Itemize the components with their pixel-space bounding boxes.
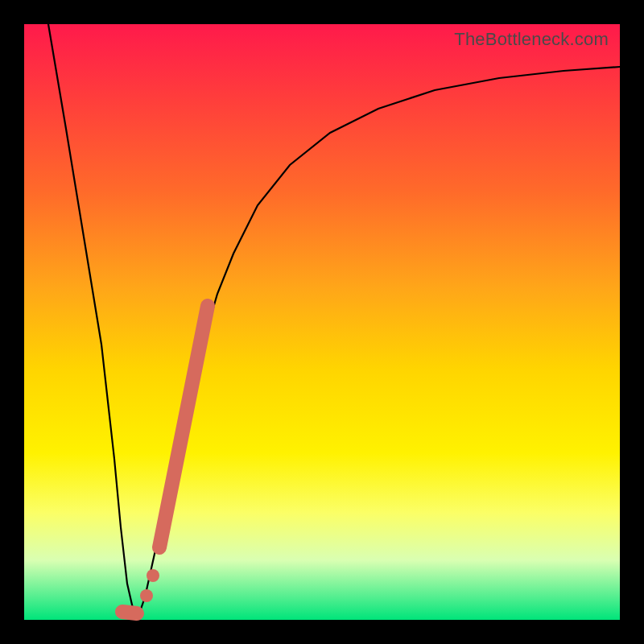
bottleneck-curve xyxy=(48,24,620,616)
chart-frame: TheBottleneck.com xyxy=(0,0,644,644)
highlight-segment-lower xyxy=(122,612,137,613)
highlight-segment-upper xyxy=(159,306,208,547)
highlight-dot xyxy=(147,569,159,582)
highlight-layer xyxy=(122,306,208,613)
highlight-dot xyxy=(140,589,153,602)
curve-svg xyxy=(24,24,620,620)
plot-area: TheBottleneck.com xyxy=(24,24,620,620)
